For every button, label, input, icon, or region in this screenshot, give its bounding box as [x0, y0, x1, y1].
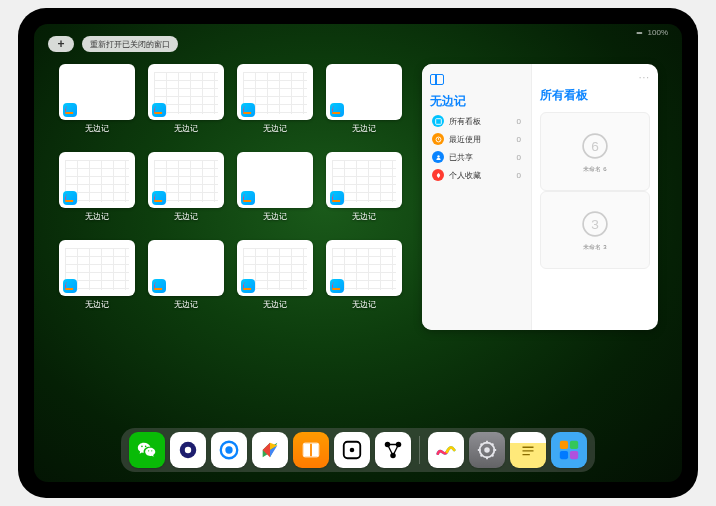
freeform-app-icon — [241, 191, 255, 205]
window-thumb[interactable]: 无边记 — [236, 240, 313, 324]
board-scribble-icon: 6 — [578, 129, 612, 163]
sidebar-item[interactable]: 已共享 0 — [430, 148, 523, 166]
thumb-label: 无边记 — [352, 299, 376, 310]
thumb-preview — [148, 240, 224, 296]
dock-icon-notes[interactable] — [510, 432, 546, 468]
window-thumbs-grid: 无边记 无边记 无边记 无边记 无边记 无边记 无边记 无边记 — [58, 64, 402, 422]
dock-icon-folder[interactable] — [551, 432, 587, 468]
thumb-preview — [326, 152, 402, 208]
thumb-label: 无边记 — [174, 299, 198, 310]
thumb-preview — [59, 152, 135, 208]
reopen-closed-window-button[interactable]: 重新打开已关闭的窗口 — [82, 36, 178, 52]
dock-icon-freeform[interactable] — [428, 432, 464, 468]
svg-point-13 — [350, 448, 355, 453]
status-bar: 100% — [636, 28, 668, 37]
board-card[interactable]: 3 未命名 3 — [540, 191, 650, 270]
dock-icon-dice[interactable] — [334, 432, 370, 468]
dock-icon-quark[interactable] — [170, 432, 206, 468]
sidebar-item-count: 0 — [517, 171, 521, 180]
board-card[interactable]: 6 未命名 6 — [540, 112, 650, 191]
freeform-app-icon — [152, 279, 166, 293]
sidebar-item[interactable]: 个人收藏 0 — [430, 166, 523, 184]
window-thumb[interactable]: 无边记 — [325, 240, 402, 324]
sidebar-item-icon — [432, 115, 444, 127]
window-thumb[interactable]: 无边记 — [147, 152, 224, 236]
thumb-label: 无边记 — [263, 123, 287, 134]
freeform-app-icon — [241, 103, 255, 117]
thumb-preview — [148, 152, 224, 208]
thumb-label: 无边记 — [85, 299, 109, 310]
thumb-preview — [59, 64, 135, 120]
thumb-preview — [148, 64, 224, 120]
dock-icon-browser[interactable] — [211, 432, 247, 468]
freeform-window[interactable]: 无边记 所有看板 0 最近使用 0 已共享 0 个人收藏 0 ··· 所有看板 … — [422, 64, 658, 330]
dock-icon-books[interactable] — [293, 432, 329, 468]
freeform-sidebar: 无边记 所有看板 0 最近使用 0 已共享 0 个人收藏 0 — [422, 64, 532, 330]
thumb-preview — [326, 240, 402, 296]
window-thumb[interactable]: 无边记 — [58, 64, 135, 148]
dock-icon-nodes[interactable] — [375, 432, 411, 468]
dock-icon-wechat[interactable] — [129, 432, 165, 468]
window-thumb[interactable]: 无边记 — [58, 240, 135, 324]
svg-rect-20 — [570, 441, 578, 449]
window-thumb[interactable]: 无边记 — [325, 64, 402, 148]
app-switcher: 无边记 无边记 无边记 无边记 无边记 无边记 无边记 无边记 — [58, 64, 658, 422]
sidebar-item-label: 个人收藏 — [449, 170, 481, 181]
thumb-label: 无边记 — [174, 211, 198, 222]
sidebar-item-icon — [432, 133, 444, 145]
dock-separator — [419, 436, 420, 464]
sidebar-item-icon — [432, 151, 444, 163]
freeform-app-icon — [63, 191, 77, 205]
thumb-label: 无边记 — [263, 299, 287, 310]
window-thumb[interactable]: 无边记 — [325, 152, 402, 236]
svg-rect-19 — [560, 441, 568, 449]
freeform-app-icon — [63, 103, 77, 117]
boards-panel-title: 所有看板 — [540, 87, 650, 104]
sidebar-item-label: 已共享 — [449, 152, 473, 163]
svg-text:6: 6 — [591, 139, 599, 154]
sidebar-item-label: 最近使用 — [449, 134, 481, 145]
thumb-preview — [237, 152, 313, 208]
thumb-preview — [237, 64, 313, 120]
window-thumb[interactable]: 无边记 — [236, 152, 313, 236]
window-thumb[interactable]: 无边记 — [147, 64, 224, 148]
reopen-label: 重新打开已关闭的窗口 — [90, 39, 170, 50]
freeform-app-icon — [152, 103, 166, 117]
add-window-button[interactable]: + — [48, 36, 74, 52]
board-name: 未命名 6 — [583, 165, 606, 174]
window-thumb[interactable]: 无边记 — [58, 152, 135, 236]
sidebar-toggle-icon[interactable] — [430, 74, 444, 85]
more-icon[interactable]: ··· — [540, 72, 650, 83]
window-thumb[interactable]: 无边记 — [147, 240, 224, 324]
svg-rect-21 — [560, 451, 568, 459]
thumb-preview — [59, 240, 135, 296]
thumb-label: 无边记 — [174, 123, 198, 134]
svg-text:3: 3 — [591, 217, 599, 232]
sidebar-item-count: 0 — [517, 135, 521, 144]
board-scribble-icon: 3 — [578, 207, 612, 241]
battery-label: 100% — [648, 28, 668, 37]
svg-rect-22 — [570, 451, 578, 459]
dock-icon-play[interactable] — [252, 432, 288, 468]
thumb-label: 无边记 — [85, 211, 109, 222]
sidebar-item-icon — [432, 169, 444, 181]
window-thumb[interactable]: 无边记 — [236, 64, 313, 148]
sidebar-item-label: 所有看板 — [449, 116, 481, 127]
boards-panel: ··· 所有看板 6 未命名 6 3 未命名 3 — [532, 64, 658, 330]
ipad-device: 100% + 重新打开已关闭的窗口 无边记 无边记 无边记 无边记 无边记 — [18, 8, 698, 498]
svg-point-10 — [225, 446, 232, 453]
freeform-app-icon — [330, 191, 344, 205]
thumb-label: 无边记 — [85, 123, 109, 134]
thumb-label: 无边记 — [352, 211, 376, 222]
thumb-preview — [326, 64, 402, 120]
thumb-label: 无边记 — [352, 123, 376, 134]
dock-icon-settings[interactable] — [469, 432, 505, 468]
freeform-app-icon — [330, 279, 344, 293]
sidebar-title: 无边记 — [430, 93, 523, 110]
sidebar-item-count: 0 — [517, 153, 521, 162]
screen: 100% + 重新打开已关闭的窗口 无边记 无边记 无边记 无边记 无边记 — [34, 24, 682, 482]
thumb-preview — [237, 240, 313, 296]
freeform-app-icon — [330, 103, 344, 117]
sidebar-item[interactable]: 最近使用 0 — [430, 130, 523, 148]
sidebar-item[interactable]: 所有看板 0 — [430, 112, 523, 130]
